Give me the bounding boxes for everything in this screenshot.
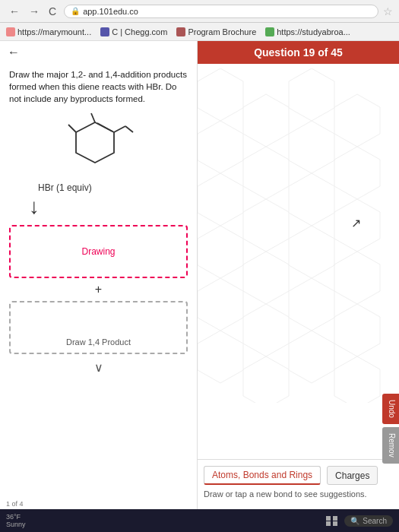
svg-line-2: [91, 113, 95, 122]
taskbar: 36°F Sunny 🔍 Search: [0, 509, 399, 532]
bookmark-marymount[interactable]: https://marymount...: [6, 27, 91, 36]
address-bar[interactable]: 🔒 app.101edu.co: [64, 5, 378, 18]
search-icon: 🔍: [350, 517, 359, 525]
reload-button[interactable]: C: [46, 4, 59, 19]
svg-marker-6: [198, 68, 243, 121]
reagent-label: HBr (1 equiv): [38, 182, 92, 193]
question-header: Question 19 of 45: [198, 41, 399, 64]
windows-tile-2: [333, 516, 337, 521]
bookmark-program[interactable]: Program Brochure: [176, 27, 256, 36]
windows-tile-1: [326, 516, 331, 521]
side-actions: Undo Remov: [382, 394, 399, 464]
question-text: Draw the major 1,2- and 1,4-addition pro…: [0, 64, 197, 111]
page-indicator: 1 of 4: [6, 500, 24, 508]
taskbar-left: 36°F Sunny: [6, 513, 26, 528]
taskbar-weather: 36°F Sunny: [6, 513, 26, 528]
bookmark-icon-studyabroad: [265, 27, 274, 36]
bookmark-label-studyabroad: https://studyabroa...: [277, 27, 350, 36]
tab-atoms-bonds-rings[interactable]: Atoms, Bonds and Rings: [204, 466, 321, 485]
drawing-label: Drawing: [81, 246, 115, 257]
windows-tile-4: [333, 521, 337, 526]
main-content: ← Draw the major 1,2- and 1,4-addition p…: [0, 41, 399, 509]
svg-line-5: [68, 125, 76, 132]
toolbar-tabs: Atoms, Bonds and Rings Charges: [204, 466, 393, 485]
right-panel: Question 19 of 45: [198, 41, 399, 509]
cursor-indicator: ↗: [351, 216, 361, 230]
nav-buttons: ← → C: [6, 4, 59, 19]
bookmark-icon-marymount: [6, 27, 15, 36]
tab-charges[interactable]: Charges: [327, 466, 378, 485]
remove-button[interactable]: Remov: [382, 427, 399, 464]
bottom-toolbar: Atoms, Bonds and Rings Charges Draw or t…: [198, 459, 399, 509]
bookmark-label-program: Program Brochure: [188, 27, 256, 36]
taskbar-search[interactable]: 🔍 Search: [344, 515, 393, 527]
windows-tile-3: [326, 521, 331, 526]
molecule-area: [0, 111, 197, 179]
bookmark-label-chegg: C | Chegg.com: [112, 27, 167, 36]
molecule-diagram: [53, 111, 144, 179]
honeycomb-background: [198, 68, 399, 418]
search-label: Search: [363, 517, 387, 525]
back-button[interactable]: ←: [6, 4, 23, 19]
svg-line-1: [97, 123, 112, 131]
draw-14-label: Draw 1,4 Product: [66, 337, 131, 347]
bookmark-studyabroad[interactable]: https://studyabroa...: [265, 27, 350, 36]
star-icon: ☆: [383, 5, 393, 17]
undo-button[interactable]: Undo: [382, 394, 399, 424]
toolbar-hint: Draw or tap a new bond to see suggestion…: [204, 489, 393, 499]
lock-icon: 🔒: [71, 7, 80, 15]
svg-line-4: [125, 126, 133, 132]
down-arrow-icon: ↓: [29, 195, 40, 219]
left-panel: ← Draw the major 1,2- and 1,4-addition p…: [0, 41, 198, 509]
forward-button[interactable]: →: [26, 4, 43, 19]
drawing-box-12[interactable]: Drawing: [9, 225, 188, 278]
panel-back-button[interactable]: ←: [0, 41, 197, 64]
bookmark-icon-chegg: [100, 27, 109, 36]
bookmark-chegg[interactable]: C | Chegg.com: [100, 27, 167, 36]
arrow-container: HBr (1 equiv) ↓: [0, 179, 197, 222]
drawing-box-14[interactable]: Draw 1,4 Product: [9, 301, 188, 354]
bookmark-label-marymount: https://marymount...: [17, 27, 91, 36]
browser-bar: ← → C 🔒 app.101edu.co ☆: [0, 0, 399, 23]
condition-label: Sunny: [6, 521, 26, 528]
address-text: app.101edu.co: [83, 7, 138, 16]
bookmark-icon-program: [176, 27, 185, 36]
plus-divider: +: [0, 283, 197, 296]
windows-start-icon[interactable]: [326, 516, 338, 526]
taskbar-right: 🔍 Search: [326, 515, 393, 527]
chevron-down-icon[interactable]: ∨: [0, 357, 197, 378]
temperature-label: 36°F: [6, 513, 26, 521]
bookmarks-bar: https://marymount... C | Chegg.com Progr…: [0, 23, 399, 41]
svg-line-3: [114, 126, 125, 132]
